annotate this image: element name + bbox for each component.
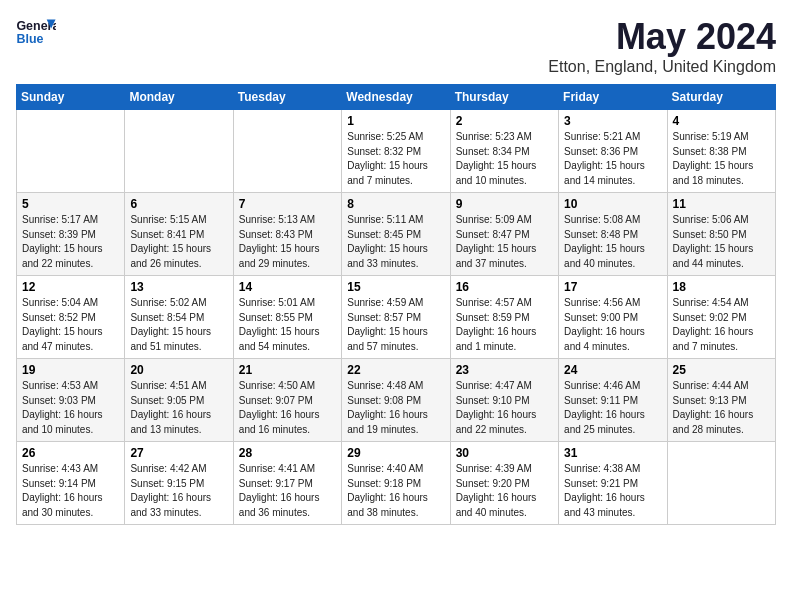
- day-cell-16: 16Sunrise: 4:57 AM Sunset: 8:59 PM Dayli…: [450, 276, 558, 359]
- day-info: Sunrise: 5:17 AM Sunset: 8:39 PM Dayligh…: [22, 213, 119, 271]
- day-number: 20: [130, 363, 227, 377]
- day-cell-21: 21Sunrise: 4:50 AM Sunset: 9:07 PM Dayli…: [233, 359, 341, 442]
- weekday-header-friday: Friday: [559, 85, 667, 110]
- day-number: 19: [22, 363, 119, 377]
- day-number: 13: [130, 280, 227, 294]
- day-number: 14: [239, 280, 336, 294]
- day-number: 31: [564, 446, 661, 460]
- day-info: Sunrise: 5:15 AM Sunset: 8:41 PM Dayligh…: [130, 213, 227, 271]
- day-info: Sunrise: 4:50 AM Sunset: 9:07 PM Dayligh…: [239, 379, 336, 437]
- day-info: Sunrise: 4:41 AM Sunset: 9:17 PM Dayligh…: [239, 462, 336, 520]
- day-cell-4: 4Sunrise: 5:19 AM Sunset: 8:38 PM Daylig…: [667, 110, 775, 193]
- weekday-header-row: SundayMondayTuesdayWednesdayThursdayFrid…: [17, 85, 776, 110]
- day-info: Sunrise: 4:42 AM Sunset: 9:15 PM Dayligh…: [130, 462, 227, 520]
- day-number: 22: [347, 363, 444, 377]
- day-number: 7: [239, 197, 336, 211]
- day-number: 30: [456, 446, 553, 460]
- empty-cell: [17, 110, 125, 193]
- day-number: 12: [22, 280, 119, 294]
- day-number: 10: [564, 197, 661, 211]
- weekday-header-sunday: Sunday: [17, 85, 125, 110]
- week-row-2: 5Sunrise: 5:17 AM Sunset: 8:39 PM Daylig…: [17, 193, 776, 276]
- day-cell-27: 27Sunrise: 4:42 AM Sunset: 9:15 PM Dayli…: [125, 442, 233, 525]
- location-title: Etton, England, United Kingdom: [548, 58, 776, 76]
- month-title: May 2024: [548, 16, 776, 58]
- weekday-header-tuesday: Tuesday: [233, 85, 341, 110]
- day-info: Sunrise: 4:57 AM Sunset: 8:59 PM Dayligh…: [456, 296, 553, 354]
- week-row-3: 12Sunrise: 5:04 AM Sunset: 8:52 PM Dayli…: [17, 276, 776, 359]
- day-cell-30: 30Sunrise: 4:39 AM Sunset: 9:20 PM Dayli…: [450, 442, 558, 525]
- day-info: Sunrise: 4:47 AM Sunset: 9:10 PM Dayligh…: [456, 379, 553, 437]
- day-cell-24: 24Sunrise: 4:46 AM Sunset: 9:11 PM Dayli…: [559, 359, 667, 442]
- day-cell-20: 20Sunrise: 4:51 AM Sunset: 9:05 PM Dayli…: [125, 359, 233, 442]
- day-info: Sunrise: 5:01 AM Sunset: 8:55 PM Dayligh…: [239, 296, 336, 354]
- day-number: 24: [564, 363, 661, 377]
- day-info: Sunrise: 5:08 AM Sunset: 8:48 PM Dayligh…: [564, 213, 661, 271]
- day-info: Sunrise: 4:48 AM Sunset: 9:08 PM Dayligh…: [347, 379, 444, 437]
- day-number: 21: [239, 363, 336, 377]
- day-info: Sunrise: 5:06 AM Sunset: 8:50 PM Dayligh…: [673, 213, 770, 271]
- day-number: 1: [347, 114, 444, 128]
- day-info: Sunrise: 5:04 AM Sunset: 8:52 PM Dayligh…: [22, 296, 119, 354]
- day-number: 2: [456, 114, 553, 128]
- day-cell-25: 25Sunrise: 4:44 AM Sunset: 9:13 PM Dayli…: [667, 359, 775, 442]
- day-info: Sunrise: 5:11 AM Sunset: 8:45 PM Dayligh…: [347, 213, 444, 271]
- svg-text:Blue: Blue: [16, 32, 43, 46]
- day-info: Sunrise: 5:21 AM Sunset: 8:36 PM Dayligh…: [564, 130, 661, 188]
- day-cell-28: 28Sunrise: 4:41 AM Sunset: 9:17 PM Dayli…: [233, 442, 341, 525]
- day-number: 26: [22, 446, 119, 460]
- day-cell-12: 12Sunrise: 5:04 AM Sunset: 8:52 PM Dayli…: [17, 276, 125, 359]
- day-number: 25: [673, 363, 770, 377]
- day-cell-11: 11Sunrise: 5:06 AM Sunset: 8:50 PM Dayli…: [667, 193, 775, 276]
- day-cell-15: 15Sunrise: 4:59 AM Sunset: 8:57 PM Dayli…: [342, 276, 450, 359]
- day-cell-14: 14Sunrise: 5:01 AM Sunset: 8:55 PM Dayli…: [233, 276, 341, 359]
- day-cell-17: 17Sunrise: 4:56 AM Sunset: 9:00 PM Dayli…: [559, 276, 667, 359]
- day-number: 11: [673, 197, 770, 211]
- day-info: Sunrise: 5:02 AM Sunset: 8:54 PM Dayligh…: [130, 296, 227, 354]
- day-cell-10: 10Sunrise: 5:08 AM Sunset: 8:48 PM Dayli…: [559, 193, 667, 276]
- day-info: Sunrise: 4:40 AM Sunset: 9:18 PM Dayligh…: [347, 462, 444, 520]
- day-cell-31: 31Sunrise: 4:38 AM Sunset: 9:21 PM Dayli…: [559, 442, 667, 525]
- day-cell-9: 9Sunrise: 5:09 AM Sunset: 8:47 PM Daylig…: [450, 193, 558, 276]
- empty-cell: [125, 110, 233, 193]
- week-row-1: 1Sunrise: 5:25 AM Sunset: 8:32 PM Daylig…: [17, 110, 776, 193]
- week-row-5: 26Sunrise: 4:43 AM Sunset: 9:14 PM Dayli…: [17, 442, 776, 525]
- day-cell-23: 23Sunrise: 4:47 AM Sunset: 9:10 PM Dayli…: [450, 359, 558, 442]
- day-cell-8: 8Sunrise: 5:11 AM Sunset: 8:45 PM Daylig…: [342, 193, 450, 276]
- title-section: May 2024 Etton, England, United Kingdom: [548, 16, 776, 76]
- page-header: General Blue May 2024 Etton, England, Un…: [16, 16, 776, 76]
- calendar: SundayMondayTuesdayWednesdayThursdayFrid…: [16, 84, 776, 525]
- logo-icon: General Blue: [16, 16, 56, 48]
- day-info: Sunrise: 4:51 AM Sunset: 9:05 PM Dayligh…: [130, 379, 227, 437]
- day-number: 15: [347, 280, 444, 294]
- day-info: Sunrise: 4:43 AM Sunset: 9:14 PM Dayligh…: [22, 462, 119, 520]
- day-number: 27: [130, 446, 227, 460]
- day-number: 5: [22, 197, 119, 211]
- day-cell-26: 26Sunrise: 4:43 AM Sunset: 9:14 PM Dayli…: [17, 442, 125, 525]
- day-number: 9: [456, 197, 553, 211]
- day-number: 16: [456, 280, 553, 294]
- day-number: 3: [564, 114, 661, 128]
- day-info: Sunrise: 4:38 AM Sunset: 9:21 PM Dayligh…: [564, 462, 661, 520]
- day-info: Sunrise: 4:59 AM Sunset: 8:57 PM Dayligh…: [347, 296, 444, 354]
- day-cell-5: 5Sunrise: 5:17 AM Sunset: 8:39 PM Daylig…: [17, 193, 125, 276]
- week-row-4: 19Sunrise: 4:53 AM Sunset: 9:03 PM Dayli…: [17, 359, 776, 442]
- day-info: Sunrise: 4:39 AM Sunset: 9:20 PM Dayligh…: [456, 462, 553, 520]
- empty-cell: [667, 442, 775, 525]
- day-number: 23: [456, 363, 553, 377]
- logo: General Blue: [16, 16, 56, 48]
- day-number: 29: [347, 446, 444, 460]
- day-info: Sunrise: 4:46 AM Sunset: 9:11 PM Dayligh…: [564, 379, 661, 437]
- day-number: 18: [673, 280, 770, 294]
- day-number: 8: [347, 197, 444, 211]
- weekday-header-monday: Monday: [125, 85, 233, 110]
- day-info: Sunrise: 4:53 AM Sunset: 9:03 PM Dayligh…: [22, 379, 119, 437]
- day-cell-13: 13Sunrise: 5:02 AM Sunset: 8:54 PM Dayli…: [125, 276, 233, 359]
- day-info: Sunrise: 5:13 AM Sunset: 8:43 PM Dayligh…: [239, 213, 336, 271]
- weekday-header-wednesday: Wednesday: [342, 85, 450, 110]
- day-cell-6: 6Sunrise: 5:15 AM Sunset: 8:41 PM Daylig…: [125, 193, 233, 276]
- weekday-header-thursday: Thursday: [450, 85, 558, 110]
- day-info: Sunrise: 4:54 AM Sunset: 9:02 PM Dayligh…: [673, 296, 770, 354]
- day-cell-7: 7Sunrise: 5:13 AM Sunset: 8:43 PM Daylig…: [233, 193, 341, 276]
- day-cell-22: 22Sunrise: 4:48 AM Sunset: 9:08 PM Dayli…: [342, 359, 450, 442]
